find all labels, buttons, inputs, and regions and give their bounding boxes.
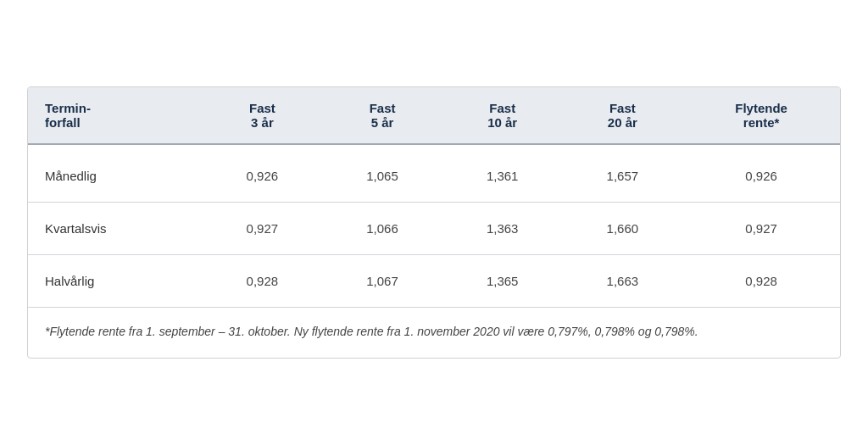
cell-fast3-manedlig: 0,926 [203, 144, 323, 203]
cell-fast10-kvartalsvis: 1,363 [442, 203, 563, 255]
cell-termin-manedlig: Månedlig [28, 144, 203, 203]
rates-table: Termin- forfall Fast 3 år Fast 5 år Fast… [28, 87, 840, 307]
header-fast5: Fast 5 år [322, 87, 442, 144]
cell-flytende-halvarlig: 0,928 [682, 255, 840, 308]
table-row: Kvartalsvis 0,927 1,066 1,363 1,660 0,92… [28, 203, 840, 255]
header-flytende: Flytende rente* [682, 87, 840, 144]
table-row: Månedlig 0,926 1,065 1,361 1,657 0,926 [28, 144, 840, 203]
cell-flytende-manedlig: 0,926 [682, 144, 840, 203]
header-fast3: Fast 3 år [203, 87, 323, 144]
cell-fast5-manedlig: 1,065 [322, 144, 442, 203]
header-fast10: Fast 10 år [442, 87, 563, 144]
table-row: Halvårlig 0,928 1,067 1,365 1,663 0,928 [28, 255, 840, 308]
cell-termin-kvartalsvis: Kvartalsvis [28, 203, 203, 255]
cell-fast10-halvarlig: 1,365 [442, 255, 563, 308]
table-header-row: Termin- forfall Fast 3 år Fast 5 år Fast… [28, 87, 840, 144]
cell-termin-halvarlig: Halvårlig [28, 255, 203, 308]
rates-table-container: Termin- forfall Fast 3 år Fast 5 år Fast… [27, 86, 841, 359]
cell-fast10-manedlig: 1,361 [442, 144, 563, 203]
header-termin: Termin- forfall [28, 87, 203, 144]
cell-flytende-kvartalsvis: 0,927 [682, 203, 840, 255]
cell-fast20-kvartalsvis: 1,660 [563, 203, 683, 255]
cell-fast20-manedlig: 1,657 [563, 144, 683, 203]
cell-fast5-kvartalsvis: 1,066 [322, 203, 442, 255]
table-footnote: *Flytende rente fra 1. september – 31. o… [28, 307, 840, 358]
cell-fast3-kvartalsvis: 0,927 [203, 203, 323, 255]
cell-fast20-halvarlig: 1,663 [563, 255, 683, 308]
cell-fast5-halvarlig: 1,067 [322, 255, 442, 308]
header-fast20: Fast 20 år [563, 87, 683, 144]
cell-fast3-halvarlig: 0,928 [203, 255, 323, 308]
